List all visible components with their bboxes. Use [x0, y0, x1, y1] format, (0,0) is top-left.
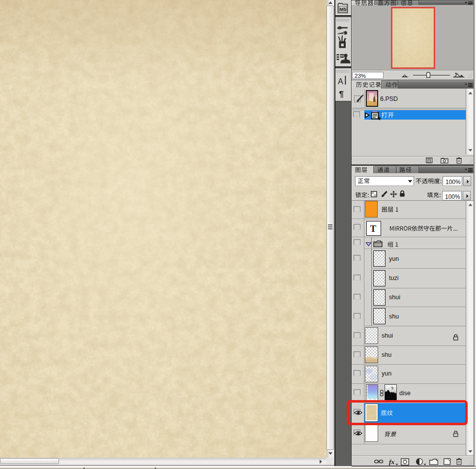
svg-text:Mb: Mb: [340, 6, 347, 12]
svg-text:A: A: [338, 77, 343, 86]
svg-text:¶: ¶: [339, 90, 344, 99]
